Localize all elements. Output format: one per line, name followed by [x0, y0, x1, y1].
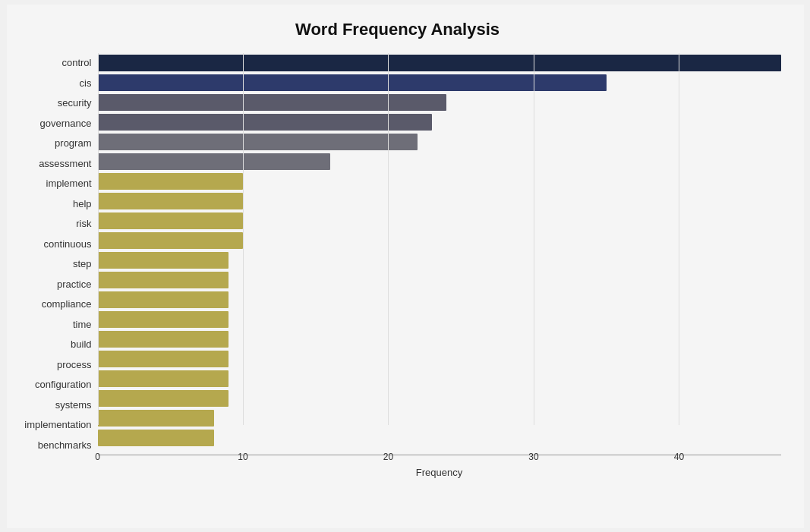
bar-row — [98, 369, 781, 389]
bar — [98, 114, 432, 131]
bar — [98, 74, 607, 91]
bar — [98, 272, 229, 288]
bar-row — [98, 112, 781, 132]
y-labels: controlcissecuritygovernanceprogramasses… — [14, 53, 98, 478]
bar-row — [98, 172, 781, 191]
y-label: systems — [14, 395, 98, 415]
x-tick: 0 — [95, 452, 100, 462]
bar — [98, 351, 229, 367]
y-label: compliance — [14, 294, 98, 315]
bar-row — [98, 132, 781, 152]
bar-row — [98, 329, 781, 349]
bar — [98, 410, 214, 427]
bar-row — [98, 270, 781, 290]
bar — [98, 252, 229, 269]
y-label: configuration — [14, 375, 98, 395]
bar — [98, 134, 418, 150]
y-label: build — [14, 335, 98, 355]
bar — [98, 55, 781, 71]
y-label: step — [14, 254, 98, 275]
bar — [98, 370, 229, 387]
y-label: control — [14, 53, 98, 74]
x-axis-label: Frequency — [98, 467, 781, 478]
bar — [98, 291, 229, 308]
y-label: governance — [14, 113, 98, 134]
bar — [98, 390, 229, 407]
bar-row — [98, 310, 781, 329]
bar — [98, 311, 229, 328]
chart-title: Word Frequency Analysis — [14, 20, 781, 39]
bar — [98, 331, 229, 348]
bar-row — [98, 428, 781, 448]
y-label: benchmarks — [14, 435, 98, 455]
bar — [98, 430, 214, 446]
x-tick: 10 — [238, 452, 247, 462]
bars-area: 010203040 Frequency — [98, 53, 781, 478]
bar-row — [98, 152, 781, 172]
bar-row — [98, 389, 781, 408]
x-tick: 40 — [674, 452, 684, 462]
y-label: time — [14, 314, 98, 335]
bar — [98, 232, 243, 249]
bar-row — [98, 231, 781, 250]
bar-row — [98, 290, 781, 310]
y-label: risk — [14, 214, 98, 235]
bar — [98, 193, 243, 209]
chart-area: controlcissecuritygovernanceprogramasses… — [14, 53, 781, 478]
bar — [98, 173, 243, 190]
x-tick: 20 — [383, 452, 393, 462]
chart-container: Word Frequency Analysis controlcissecuri… — [7, 5, 804, 528]
y-label: practice — [14, 274, 98, 294]
bar-row — [98, 93, 781, 112]
y-label: cis — [14, 73, 98, 93]
x-tick: 30 — [528, 452, 538, 462]
bar-row — [98, 408, 781, 428]
x-axis: 010203040 — [98, 448, 781, 459]
bar — [98, 153, 330, 170]
bar-row — [98, 211, 781, 231]
bar-row — [98, 53, 781, 73]
y-label: implementation — [14, 415, 98, 436]
bar — [98, 94, 447, 111]
y-label: process — [14, 354, 98, 375]
bar — [98, 212, 243, 229]
y-label: program — [14, 134, 98, 154]
bar-row — [98, 191, 781, 211]
y-label: continuous — [14, 234, 98, 254]
y-label: assessment — [14, 153, 98, 174]
y-label: security — [14, 93, 98, 114]
bar-row — [98, 73, 781, 93]
y-label: help — [14, 194, 98, 214]
y-label: implement — [14, 174, 98, 194]
bars-inner — [98, 53, 781, 448]
bar-row — [98, 349, 781, 369]
bar-row — [98, 250, 781, 270]
